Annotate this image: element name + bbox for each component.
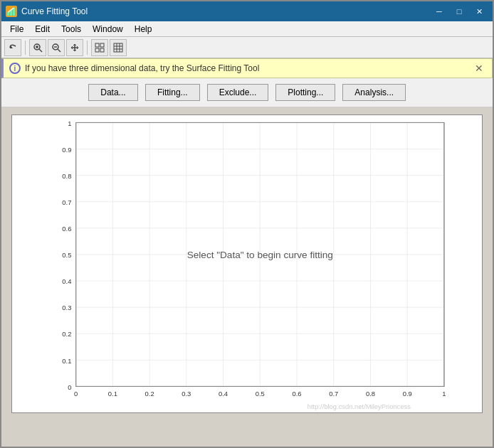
svg-text:1: 1 (68, 119, 71, 127)
svg-text:0.9: 0.9 (403, 390, 412, 398)
plotting-button[interactable]: Plotting... (275, 84, 335, 101)
info-message: If you have three dimensional data, try … (25, 63, 259, 73)
action-toolbar: Data... Fitting... Exclude... Plotting..… (1, 78, 493, 107)
grid1-button[interactable] (91, 39, 108, 56)
menu-help[interactable]: Help (129, 23, 158, 36)
title-bar: Curve Fitting Tool ─ □ ✕ (1, 1, 493, 21)
close-button[interactable]: ✕ (470, 4, 488, 18)
zoom-out-button[interactable] (48, 39, 65, 56)
svg-text:0.8: 0.8 (62, 172, 71, 180)
svg-text:0.2: 0.2 (62, 330, 71, 338)
svg-text:0: 0 (74, 390, 78, 398)
svg-rect-15 (114, 43, 122, 52)
svg-text:0.4: 0.4 (219, 390, 228, 398)
svg-text:0.3: 0.3 (182, 390, 191, 398)
exclude-button[interactable]: Exclude... (207, 84, 269, 101)
svg-rect-14 (100, 48, 104, 52)
separator-1 (25, 41, 26, 55)
svg-text:Select "Data" to begin curve f: Select "Data" to begin curve fitting (187, 250, 333, 260)
svg-rect-11 (95, 43, 99, 47)
svg-text:0.7: 0.7 (329, 390, 338, 398)
svg-text:0.6: 0.6 (62, 225, 71, 233)
svg-text:0.5: 0.5 (62, 251, 71, 259)
svg-text:0.4: 0.4 (62, 277, 71, 285)
fitting-button[interactable]: Fitting... (145, 84, 200, 101)
svg-text:0.6: 0.6 (292, 390, 301, 398)
svg-text:0.2: 0.2 (145, 390, 154, 398)
menu-bar: File Edit Tools Window Help (1, 21, 493, 37)
svg-text:0.1: 0.1 (108, 390, 117, 398)
plot-area: 1 0.9 0.8 0.7 0.6 0.5 0.4 0.3 0.2 0.1 0 … (1, 107, 493, 447)
svg-text:0.3: 0.3 (62, 304, 71, 311)
info-bar-left: i If you have three dimensional data, tr… (9, 63, 259, 74)
title-bar-controls: ─ □ ✕ (430, 4, 488, 18)
menu-tools[interactable]: Tools (56, 23, 87, 36)
svg-rect-12 (100, 43, 104, 47)
menu-window[interactable]: Window (87, 23, 129, 36)
svg-rect-0 (7, 12, 9, 16)
svg-text:0.5: 0.5 (256, 390, 265, 398)
separator-2 (87, 41, 88, 55)
analysis-button[interactable]: Analysis... (342, 84, 406, 101)
window-frame: Curve Fitting Tool ─ □ ✕ File Edit Tools… (0, 0, 494, 448)
svg-text:1: 1 (442, 390, 446, 398)
title-bar-left: Curve Fitting Tool (6, 6, 88, 17)
pan-button[interactable] (66, 39, 83, 56)
svg-text:0.8: 0.8 (366, 390, 375, 398)
svg-text:0.9: 0.9 (62, 146, 71, 154)
info-bar: i If you have three dimensional data, tr… (1, 58, 493, 78)
zoom-in-button[interactable] (29, 39, 46, 56)
svg-rect-13 (95, 48, 99, 52)
svg-text:0.7: 0.7 (62, 198, 71, 206)
info-icon: i (9, 63, 21, 74)
plot-svg: 1 0.9 0.8 0.7 0.6 0.5 0.4 0.3 0.2 0.1 0 … (12, 115, 482, 412)
window-title: Curve Fitting Tool (21, 6, 88, 16)
info-close-button[interactable]: ✕ (472, 63, 486, 74)
app-icon (6, 6, 17, 17)
grid2-button[interactable] (110, 39, 127, 56)
menu-edit[interactable]: Edit (29, 23, 56, 36)
plot-container: 1 0.9 0.8 0.7 0.6 0.5 0.4 0.3 0.2 0.1 0 … (11, 114, 483, 413)
maximize-button[interactable]: □ (450, 4, 468, 18)
toolbar (1, 37, 493, 58)
data-button[interactable]: Data... (88, 84, 138, 101)
svg-line-5 (39, 49, 42, 52)
minimize-button[interactable]: ─ (430, 4, 448, 18)
svg-text:http://blog.csdn.net/MileyPrio: http://blog.csdn.net/MileyPrioncess (308, 402, 411, 410)
svg-line-9 (58, 49, 61, 52)
undo-button[interactable] (4, 39, 21, 56)
svg-text:0: 0 (68, 383, 71, 391)
menu-file[interactable]: File (4, 23, 29, 36)
svg-text:0.1: 0.1 (62, 357, 71, 365)
